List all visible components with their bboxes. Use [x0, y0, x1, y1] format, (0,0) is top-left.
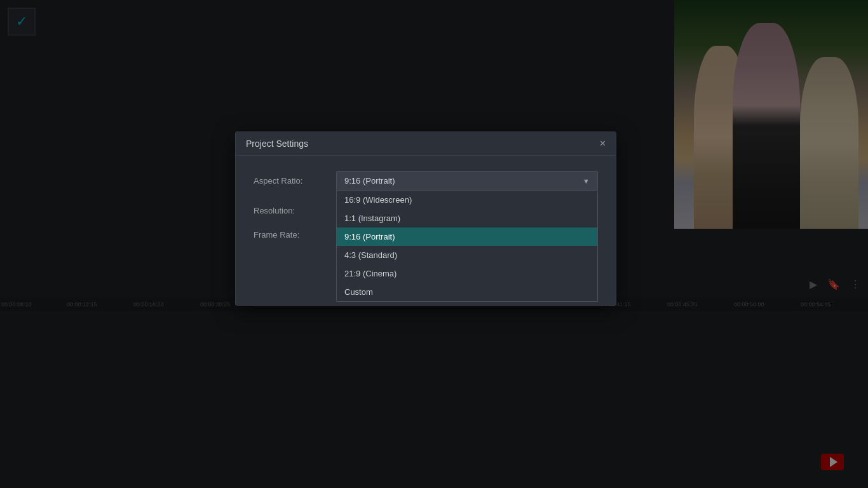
- resolution-label: Resolution:: [254, 206, 336, 215]
- aspect-ratio-row: Aspect Ratio: 9:16 (Portrait) ▼ 16:9 (Wi…: [254, 171, 598, 191]
- aspect-ratio-dropdown-wrap: 9:16 (Portrait) ▼ 16:9 (Widescreen) 1:1 …: [336, 171, 598, 191]
- dialog-close-button[interactable]: ×: [600, 139, 606, 149]
- option-custom[interactable]: Custom: [337, 283, 597, 301]
- project-settings-dialog: Project Settings × Aspect Ratio: 9:16 (P…: [235, 132, 616, 306]
- aspect-ratio-dropdown[interactable]: 9:16 (Portrait) ▼: [336, 171, 598, 191]
- dropdown-arrow-icon: ▼: [583, 177, 590, 185]
- dialog-title: Project Settings: [246, 139, 308, 149]
- aspect-ratio-dropdown-list: 16:9 (Widescreen) 1:1 (Instagram) 9:16 (…: [336, 191, 598, 302]
- option-instagram[interactable]: 1:1 (Instagram): [337, 209, 597, 227]
- option-standard[interactable]: 4:3 (Standard): [337, 246, 597, 264]
- frame-rate-label: Frame Rate:: [254, 230, 336, 240]
- aspect-ratio-selected-value: 9:16 (Portrait): [344, 176, 395, 186]
- option-portrait[interactable]: 9:16 (Portrait): [337, 227, 597, 246]
- dialog-titlebar: Project Settings ×: [236, 132, 616, 156]
- dialog-body: Aspect Ratio: 9:16 (Portrait) ▼ 16:9 (Wi…: [236, 156, 616, 266]
- aspect-ratio-label: Aspect Ratio:: [254, 176, 336, 186]
- option-widescreen[interactable]: 16:9 (Widescreen): [337, 191, 597, 209]
- option-cinema[interactable]: 21:9 (Cinema): [337, 264, 597, 283]
